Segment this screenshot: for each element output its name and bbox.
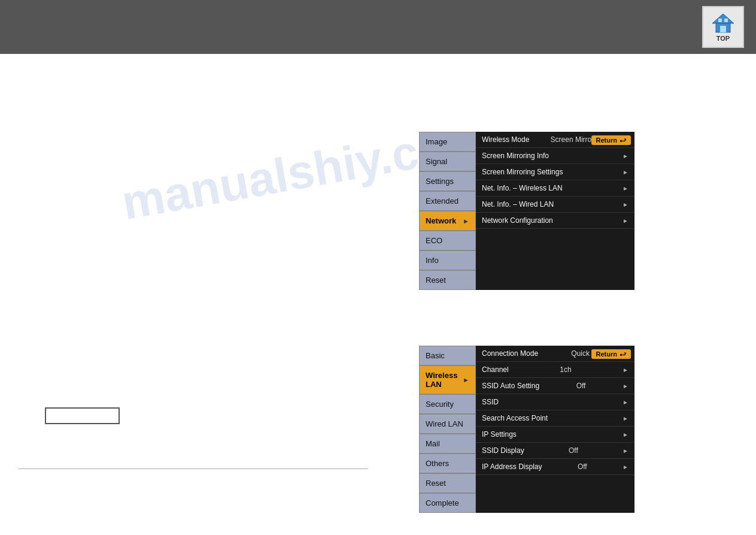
wireless-lan-return-icon: ⮐ bbox=[620, 350, 626, 358]
sidebar-item-reset-bottom-label: Reset bbox=[426, 479, 446, 488]
sidebar-item-reset-bottom[interactable]: Reset bbox=[419, 473, 476, 493]
sidebar-item-extended-label: Extended bbox=[426, 197, 459, 205]
text-input-box[interactable] bbox=[45, 407, 120, 424]
channel-arrow: ► bbox=[623, 367, 629, 373]
sidebar-item-basic[interactable]: Basic bbox=[419, 346, 476, 365]
ssid-display-value: Off bbox=[569, 446, 578, 455]
sidebar-item-info[interactable]: Info bbox=[419, 250, 476, 270]
ip-address-display-arrow: ► bbox=[623, 464, 629, 470]
net-info-wired-arrow: ► bbox=[623, 201, 629, 208]
sidebar-item-signal-label: Signal bbox=[426, 157, 447, 166]
connection-mode-value: Quick bbox=[571, 349, 590, 358]
sidebar-item-complete-label: Complete bbox=[426, 498, 459, 507]
svg-rect-2 bbox=[720, 26, 726, 32]
svg-rect-3 bbox=[718, 19, 722, 22]
sidebar-item-reset-label: Reset bbox=[426, 276, 446, 285]
network-dropdown: Return ⮐ Wireless Mode Screen Mirrori...… bbox=[476, 132, 634, 290]
dropdown-item-channel[interactable]: Channel 1ch ► bbox=[476, 362, 634, 378]
sidebar-item-image[interactable]: Image bbox=[419, 132, 476, 152]
ip-address-display-value: Off bbox=[578, 463, 587, 471]
header: TOP bbox=[0, 0, 756, 54]
sidebar-item-eco[interactable]: ECO bbox=[419, 231, 476, 250]
wireless-lan-menu-container: Basic Wireless LAN ► Security Wired LAN … bbox=[419, 346, 634, 513]
wireless-mode-label: Wireless Mode bbox=[482, 135, 529, 144]
sidebar-item-mail-label: Mail bbox=[426, 439, 440, 448]
sidebar-item-signal[interactable]: Signal bbox=[419, 152, 476, 171]
network-config-label: Network Configuration bbox=[482, 216, 553, 225]
search-access-point-arrow: ► bbox=[623, 415, 629, 422]
ip-settings-label: IP Settings bbox=[482, 430, 517, 439]
wireless-lan-return-label: Return bbox=[596, 350, 617, 358]
sidebar-item-eco-label: ECO bbox=[426, 236, 442, 245]
screen-mirroring-settings-label: Screen Mirroring Settings bbox=[482, 168, 563, 176]
dropdown-item-ssid-auto-setting[interactable]: SSID Auto Setting Off ► bbox=[476, 378, 634, 394]
dropdown-item-screen-mirroring-settings[interactable]: Screen Mirroring Settings ► bbox=[476, 164, 634, 180]
screen-mirroring-settings-arrow: ► bbox=[623, 169, 629, 176]
sidebar-item-wired-lan[interactable]: Wired LAN bbox=[419, 414, 476, 434]
sidebar-item-image-label: Image bbox=[426, 137, 447, 146]
sidebar-item-info-label: Info bbox=[426, 256, 439, 265]
search-access-point-label: Search Access Point bbox=[482, 414, 548, 422]
svg-marker-0 bbox=[712, 14, 734, 23]
network-return-label: Return bbox=[596, 137, 617, 144]
ssid-label: SSID bbox=[482, 398, 499, 406]
sidebar-item-wired-lan-label: Wired LAN bbox=[426, 419, 463, 428]
top-icon-label: TOP bbox=[716, 35, 730, 42]
sidebar-item-complete[interactable]: Complete bbox=[419, 493, 476, 513]
return-icon: ⮐ bbox=[620, 137, 626, 144]
network-sidebar: Image Signal Settings Extended Network ►… bbox=[419, 132, 476, 290]
sidebar-item-settings[interactable]: Settings bbox=[419, 171, 476, 191]
dropdown-item-net-info-wireless[interactable]: Net. Info. – Wireless LAN ► bbox=[476, 180, 634, 197]
sidebar-item-wireless-lan-label: Wireless LAN bbox=[426, 371, 463, 389]
net-info-wireless-label: Net. Info. – Wireless LAN bbox=[482, 184, 563, 192]
ssid-display-label: SSID Display bbox=[482, 446, 524, 455]
main-content: manualshiy.com Image Signal Settings Ext… bbox=[0, 54, 756, 535]
ssid-arrow: ► bbox=[623, 399, 629, 406]
net-info-wired-label: Net. Info. – Wired LAN bbox=[482, 200, 554, 208]
svg-rect-4 bbox=[724, 19, 728, 22]
connection-mode-label: Connection Mode bbox=[482, 349, 538, 358]
sidebar-item-security[interactable]: Security bbox=[419, 394, 476, 414]
sidebar-item-network[interactable]: Network ► bbox=[419, 211, 476, 231]
channel-label: Channel bbox=[482, 365, 509, 374]
ssid-auto-setting-arrow: ► bbox=[623, 383, 629, 389]
network-return-button[interactable]: Return ⮐ bbox=[591, 135, 631, 145]
sidebar-item-security-label: Security bbox=[426, 400, 454, 409]
sidebar-item-extended[interactable]: Extended bbox=[419, 191, 476, 211]
wireless-lan-dropdown: Return ⮐ Connection Mode Quick ► Channel… bbox=[476, 346, 634, 513]
ssid-display-arrow: ► bbox=[623, 448, 629, 454]
dropdown-item-search-access-point[interactable]: Search Access Point ► bbox=[476, 410, 634, 427]
dropdown-item-ip-address-display[interactable]: IP Address Display Off ► bbox=[476, 459, 634, 475]
channel-value: 1ch bbox=[560, 365, 571, 374]
dropdown-item-net-info-wired[interactable]: Net. Info. – Wired LAN ► bbox=[476, 197, 634, 213]
dropdown-item-ip-settings[interactable]: IP Settings ► bbox=[476, 427, 634, 443]
sidebar-item-settings-label: Settings bbox=[426, 177, 454, 186]
sidebar-item-reset[interactable]: Reset bbox=[419, 270, 476, 290]
horizontal-divider bbox=[18, 468, 368, 469]
dropdown-item-ssid-display[interactable]: SSID Display Off ► bbox=[476, 443, 634, 459]
screen-mirroring-info-label: Screen Mirroring Info bbox=[482, 152, 549, 160]
ip-settings-arrow: ► bbox=[623, 431, 629, 438]
ssid-auto-setting-value: Off bbox=[576, 382, 586, 390]
dropdown-item-network-config[interactable]: Network Configuration ► bbox=[476, 213, 634, 229]
network-menu-container: Image Signal Settings Extended Network ►… bbox=[419, 132, 634, 290]
sidebar-item-others[interactable]: Others bbox=[419, 454, 476, 473]
sidebar-item-basic-label: Basic bbox=[426, 351, 445, 360]
wireless-lan-return-button[interactable]: Return ⮐ bbox=[591, 349, 631, 359]
dropdown-item-screen-mirroring-info[interactable]: Screen Mirroring Info ► bbox=[476, 148, 634, 164]
sidebar-item-wireless-lan[interactable]: Wireless LAN ► bbox=[419, 365, 476, 394]
wireless-lan-sidebar: Basic Wireless LAN ► Security Wired LAN … bbox=[419, 346, 476, 513]
sidebar-item-network-label: Network bbox=[426, 216, 456, 225]
sidebar-item-mail[interactable]: Mail bbox=[419, 434, 476, 454]
top-button[interactable]: TOP bbox=[702, 6, 744, 48]
dropdown-item-ssid[interactable]: SSID ► bbox=[476, 394, 634, 410]
network-config-arrow: ► bbox=[623, 217, 629, 224]
ip-address-display-label: IP Address Display bbox=[482, 463, 542, 471]
screen-mirroring-info-arrow: ► bbox=[623, 153, 629, 159]
ssid-auto-setting-label: SSID Auto Setting bbox=[482, 382, 539, 390]
sidebar-item-others-label: Others bbox=[426, 459, 449, 468]
network-arrow-icon: ► bbox=[463, 217, 469, 225]
net-info-wireless-arrow: ► bbox=[623, 185, 629, 192]
wireless-lan-arrow-icon: ► bbox=[463, 376, 469, 383]
